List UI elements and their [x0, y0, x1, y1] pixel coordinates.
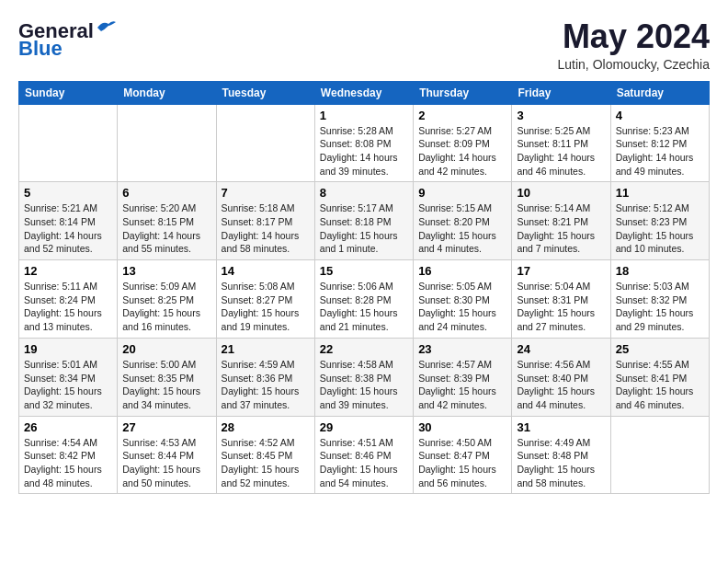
- calendar-cell: 11Sunrise: 5:12 AM Sunset: 8:23 PM Dayli…: [610, 182, 709, 260]
- day-info: Sunrise: 4:54 AM Sunset: 8:42 PM Dayligh…: [24, 436, 112, 490]
- calendar-cell: 6Sunrise: 5:20 AM Sunset: 8:15 PM Daylig…: [118, 182, 216, 260]
- day-info: Sunrise: 5:21 AM Sunset: 8:14 PM Dayligh…: [24, 201, 112, 256]
- calendar-header-tuesday: Tuesday: [216, 81, 314, 104]
- calendar-cell: 9Sunrise: 5:15 AM Sunset: 8:20 PM Daylig…: [414, 182, 512, 260]
- day-number: 16: [418, 264, 506, 278]
- day-info: Sunrise: 5:00 AM Sunset: 8:35 PM Dayligh…: [122, 358, 210, 412]
- day-info: Sunrise: 5:15 AM Sunset: 8:20 PM Dayligh…: [418, 201, 506, 256]
- calendar-cell: 31Sunrise: 4:49 AM Sunset: 8:48 PM Dayli…: [512, 416, 610, 494]
- day-info: Sunrise: 5:08 AM Sunset: 8:27 PM Dayligh…: [222, 280, 310, 334]
- calendar-header-row: SundayMondayTuesdayWednesdayThursdayFrid…: [19, 81, 710, 104]
- day-number: 24: [517, 342, 605, 356]
- calendar-cell: 5Sunrise: 5:21 AM Sunset: 8:14 PM Daylig…: [19, 182, 118, 260]
- day-number: 23: [418, 342, 506, 356]
- calendar-header-sunday: Sunday: [19, 81, 118, 104]
- day-number: 13: [122, 264, 210, 278]
- day-number: 3: [517, 109, 605, 122]
- day-info: Sunrise: 5:01 AM Sunset: 8:34 PM Dayligh…: [24, 358, 112, 412]
- calendar-header-friday: Friday: [512, 81, 610, 104]
- calendar-cell: 28Sunrise: 4:52 AM Sunset: 8:45 PM Dayli…: [216, 416, 314, 494]
- location-text: Lutin, Olomoucky, Czechia: [558, 57, 710, 72]
- logo-blue-text: Blue: [18, 37, 63, 60]
- day-number: 31: [517, 420, 605, 434]
- day-number: 26: [24, 420, 112, 434]
- day-info: Sunrise: 4:50 AM Sunset: 8:47 PM Dayligh…: [418, 436, 506, 490]
- calendar-table: SundayMondayTuesdayWednesdayThursdayFrid…: [18, 81, 710, 495]
- day-number: 14: [222, 264, 310, 278]
- calendar-cell: 29Sunrise: 4:51 AM Sunset: 8:46 PM Dayli…: [314, 416, 413, 494]
- calendar-cell: 14Sunrise: 5:08 AM Sunset: 8:27 PM Dayli…: [216, 260, 314, 339]
- calendar-cell: 20Sunrise: 5:00 AM Sunset: 8:35 PM Dayli…: [118, 338, 216, 416]
- day-info: Sunrise: 5:09 AM Sunset: 8:25 PM Dayligh…: [122, 280, 210, 334]
- day-number: 22: [320, 342, 408, 356]
- day-info: Sunrise: 4:51 AM Sunset: 8:46 PM Dayligh…: [320, 436, 408, 490]
- calendar-cell: 30Sunrise: 4:50 AM Sunset: 8:47 PM Dayli…: [414, 416, 512, 494]
- day-info: Sunrise: 5:11 AM Sunset: 8:24 PM Dayligh…: [24, 280, 112, 334]
- day-info: Sunrise: 5:20 AM Sunset: 8:15 PM Dayligh…: [122, 201, 210, 256]
- calendar-week-row: 26Sunrise: 4:54 AM Sunset: 8:42 PM Dayli…: [19, 416, 710, 494]
- day-info: Sunrise: 4:58 AM Sunset: 8:38 PM Dayligh…: [320, 358, 408, 412]
- day-info: Sunrise: 5:12 AM Sunset: 8:23 PM Dayligh…: [616, 201, 704, 256]
- calendar-cell: 7Sunrise: 5:18 AM Sunset: 8:17 PM Daylig…: [216, 182, 314, 260]
- day-number: 10: [517, 186, 605, 200]
- calendar-cell: 24Sunrise: 4:56 AM Sunset: 8:40 PM Dayli…: [512, 338, 610, 416]
- calendar-cell: 15Sunrise: 5:06 AM Sunset: 8:28 PM Dayli…: [314, 260, 413, 339]
- day-info: Sunrise: 4:57 AM Sunset: 8:39 PM Dayligh…: [418, 358, 506, 412]
- day-number: 15: [320, 264, 408, 278]
- day-number: 6: [122, 186, 210, 200]
- day-info: Sunrise: 4:52 AM Sunset: 8:45 PM Dayligh…: [222, 436, 310, 490]
- calendar-cell: 17Sunrise: 5:04 AM Sunset: 8:31 PM Dayli…: [512, 260, 610, 339]
- day-number: 1: [320, 109, 408, 122]
- calendar-cell: 26Sunrise: 4:54 AM Sunset: 8:42 PM Dayli…: [19, 416, 118, 494]
- day-number: 18: [616, 264, 704, 278]
- day-number: 11: [616, 186, 704, 200]
- day-info: Sunrise: 5:23 AM Sunset: 8:12 PM Dayligh…: [616, 124, 704, 178]
- day-number: 9: [418, 186, 506, 200]
- calendar-cell: 13Sunrise: 5:09 AM Sunset: 8:25 PM Dayli…: [118, 260, 216, 339]
- day-info: Sunrise: 5:27 AM Sunset: 8:09 PM Dayligh…: [418, 124, 506, 178]
- calendar-cell: [118, 104, 216, 182]
- calendar-week-row: 12Sunrise: 5:11 AM Sunset: 8:24 PM Dayli…: [19, 260, 710, 339]
- day-info: Sunrise: 4:56 AM Sunset: 8:40 PM Dayligh…: [517, 358, 605, 412]
- day-number: 29: [320, 420, 408, 434]
- title-block: May 2024 Lutin, Olomoucky, Czechia: [558, 18, 710, 72]
- calendar-header-thursday: Thursday: [414, 81, 512, 104]
- day-info: Sunrise: 5:28 AM Sunset: 8:08 PM Dayligh…: [320, 124, 408, 178]
- month-title: May 2024: [558, 18, 710, 55]
- day-number: 28: [222, 420, 310, 434]
- logo: General Blue: [18, 18, 116, 61]
- day-info: Sunrise: 5:18 AM Sunset: 8:17 PM Dayligh…: [222, 201, 310, 256]
- day-number: 27: [122, 420, 210, 434]
- day-info: Sunrise: 5:03 AM Sunset: 8:32 PM Dayligh…: [616, 280, 704, 334]
- day-info: Sunrise: 5:14 AM Sunset: 8:21 PM Dayligh…: [517, 201, 605, 256]
- calendar-cell: 21Sunrise: 4:59 AM Sunset: 8:36 PM Dayli…: [216, 338, 314, 416]
- day-number: 5: [24, 186, 112, 200]
- calendar-cell: 22Sunrise: 4:58 AM Sunset: 8:38 PM Dayli…: [314, 338, 413, 416]
- calendar-cell: 16Sunrise: 5:05 AM Sunset: 8:30 PM Dayli…: [414, 260, 512, 339]
- calendar-header-wednesday: Wednesday: [314, 81, 413, 104]
- day-info: Sunrise: 4:59 AM Sunset: 8:36 PM Dayligh…: [222, 358, 310, 412]
- day-number: 25: [616, 342, 704, 356]
- calendar-cell: 23Sunrise: 4:57 AM Sunset: 8:39 PM Dayli…: [414, 338, 512, 416]
- day-info: Sunrise: 5:05 AM Sunset: 8:30 PM Dayligh…: [418, 280, 506, 334]
- calendar-cell: 10Sunrise: 5:14 AM Sunset: 8:21 PM Dayli…: [512, 182, 610, 260]
- calendar-week-row: 19Sunrise: 5:01 AM Sunset: 8:34 PM Dayli…: [19, 338, 710, 416]
- calendar-cell: [610, 416, 709, 494]
- calendar-week-row: 5Sunrise: 5:21 AM Sunset: 8:14 PM Daylig…: [19, 182, 710, 260]
- day-number: 20: [122, 342, 210, 356]
- calendar-cell: 12Sunrise: 5:11 AM Sunset: 8:24 PM Dayli…: [19, 260, 118, 339]
- day-info: Sunrise: 5:17 AM Sunset: 8:18 PM Dayligh…: [320, 201, 408, 256]
- day-number: 8: [320, 186, 408, 200]
- calendar-cell: 19Sunrise: 5:01 AM Sunset: 8:34 PM Dayli…: [19, 338, 118, 416]
- calendar-cell: 3Sunrise: 5:25 AM Sunset: 8:11 PM Daylig…: [512, 104, 610, 182]
- day-info: Sunrise: 4:55 AM Sunset: 8:41 PM Dayligh…: [616, 358, 704, 412]
- day-number: 21: [222, 342, 310, 356]
- day-info: Sunrise: 5:06 AM Sunset: 8:28 PM Dayligh…: [320, 280, 408, 334]
- day-number: 7: [222, 186, 310, 200]
- day-number: 12: [24, 264, 112, 278]
- day-info: Sunrise: 5:04 AM Sunset: 8:31 PM Dayligh…: [517, 280, 605, 334]
- page-header: General Blue May 2024 Lutin, Olomoucky, …: [18, 18, 710, 72]
- calendar-header-monday: Monday: [118, 81, 216, 104]
- calendar-cell: 4Sunrise: 5:23 AM Sunset: 8:12 PM Daylig…: [610, 104, 709, 182]
- day-info: Sunrise: 4:49 AM Sunset: 8:48 PM Dayligh…: [517, 436, 605, 490]
